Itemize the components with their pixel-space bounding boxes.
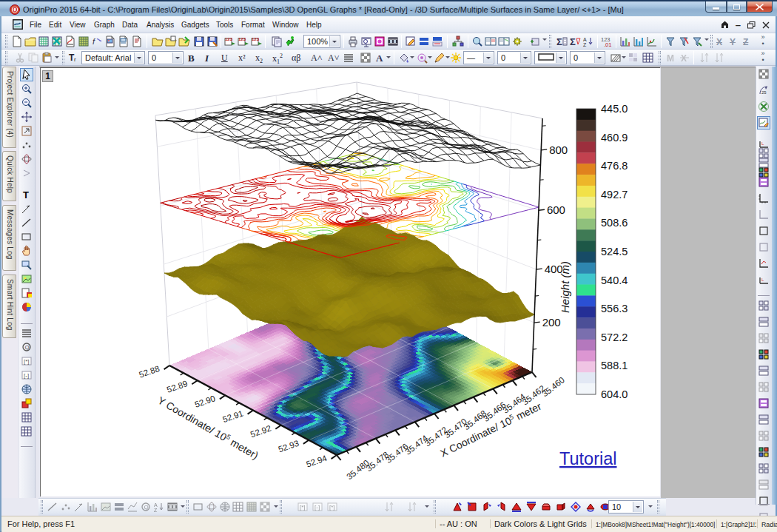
svg-text:52.92: 52.92 [249,424,272,440]
svg-text:445.0: 445.0 [601,103,628,115]
svg-text:L: L [761,141,764,146]
svg-text:572.2: 572.2 [601,331,628,343]
svg-text:492.7: 492.7 [601,189,628,201]
svg-text:M: M [667,53,674,64]
svg-text:800: 800 [549,144,568,156]
svg-text:.01: .01 [604,41,611,47]
svg-text:52.90: 52.90 [193,394,216,409]
svg-text:r: r [74,56,76,63]
svg-text:[-]: [-] [24,372,29,379]
svg-text:[-]: [-] [314,504,320,511]
svg-text:556.3: 556.3 [601,303,628,314]
svg-text:524.5: 524.5 [601,246,628,257]
svg-text:52.94: 52.94 [305,454,329,469]
svg-text:588.1: 588.1 [601,360,628,371]
svg-text:52.91: 52.91 [221,408,244,424]
svg-text:Σ: Σ [570,36,576,47]
svg-text:Height (m): Height (m) [559,261,571,313]
svg-text:L: L [761,277,764,282]
svg-text:X: X [681,53,687,64]
svg-text:A: A [154,502,158,508]
svg-text:123: 123 [252,37,260,41]
svg-text:123: 123 [238,37,246,41]
svg-text:[*]: [*] [24,358,30,365]
svg-text:35.460: 35.460 [540,375,566,398]
svg-text:[*]: [*] [329,504,335,511]
svg-text:600: 600 [547,203,565,216]
svg-text:540.4: 540.4 [601,275,628,286]
svg-text:[*]: [*] [300,504,306,511]
svg-text:508.6: 508.6 [601,217,628,229]
svg-text:460.9: 460.9 [601,132,628,144]
svg-text:f: f [92,37,95,46]
svg-text:52.89: 52.89 [166,379,189,394]
svg-text:A: A [583,37,587,42]
svg-text:Z: Z [154,508,158,513]
svg-text:52.93: 52.93 [277,439,300,454]
svg-text:Σ: Σ [556,36,562,47]
svg-text:T: T [23,189,29,201]
svg-text:123: 123 [225,37,233,41]
svg-text:Tutorial: Tutorial [559,449,617,468]
svg-text:476.8: 476.8 [601,160,628,172]
svg-text:Q: Q [25,344,30,351]
svg-text:604.0: 604.0 [601,388,628,400]
svg-text:Q: Q [144,504,149,511]
svg-text:Z: Z [583,42,587,47]
svg-text:52.88: 52.88 [138,364,161,380]
svg-text:25: 25 [761,90,767,95]
svg-text:200: 200 [542,316,561,329]
